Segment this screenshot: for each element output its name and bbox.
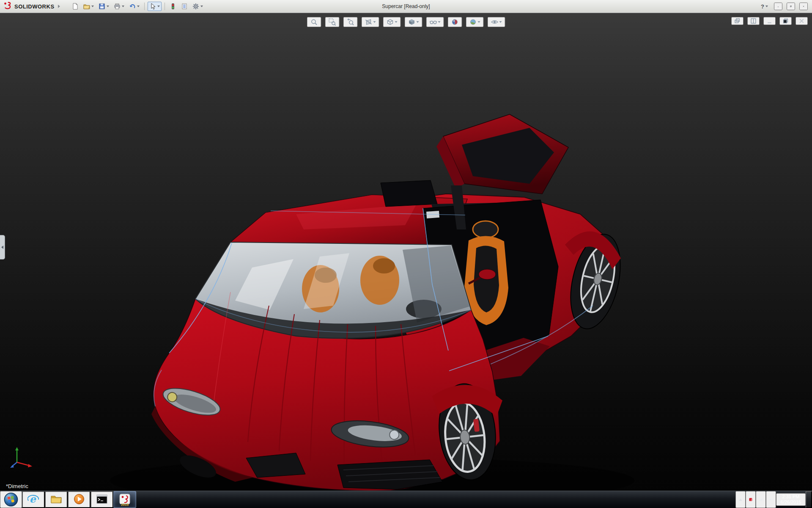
show-hidden-icons-button[interactable] xyxy=(735,491,746,508)
taskbar-item-solidworks[interactable]: 2015 xyxy=(113,491,136,508)
undo-button[interactable] xyxy=(127,2,141,11)
x-axis-red xyxy=(17,462,30,466)
display-style-button[interactable] xyxy=(405,17,422,27)
view-settings-button[interactable] xyxy=(488,17,505,27)
file-properties-button[interactable] xyxy=(179,2,189,11)
taskbar-item-windows-explorer[interactable] xyxy=(45,491,68,508)
featuremanager-expand-handle[interactable] xyxy=(0,235,5,260)
cascade-windows-button[interactable] xyxy=(731,17,743,25)
options-dropdown-icon[interactable] xyxy=(200,6,203,7)
reference-triad[interactable] xyxy=(9,444,36,472)
clock-date: 6/26/2015 xyxy=(779,500,802,505)
undo-dropdown-icon[interactable] xyxy=(137,6,140,7)
save-button[interactable] xyxy=(97,2,111,11)
toolbar-separator xyxy=(165,3,165,10)
rebuild-trafficlight-icon xyxy=(170,3,176,10)
main-toolbar xyxy=(70,2,205,11)
section-view-icon xyxy=(365,18,373,26)
help-icon: ? xyxy=(761,3,764,10)
command-prompt-icon xyxy=(96,494,107,505)
select-tool-button[interactable] xyxy=(148,2,162,11)
new-file-icon xyxy=(72,3,79,10)
view-orientation-button[interactable] xyxy=(383,17,401,27)
document-window-controls xyxy=(731,17,808,25)
print-dropdown-icon[interactable] xyxy=(122,6,124,7)
file-properties-icon xyxy=(181,3,188,10)
taskbar-item-command-prompt[interactable] xyxy=(91,491,113,508)
media-player-icon xyxy=(74,494,85,506)
show-desktop-button[interactable] xyxy=(806,491,812,508)
help-button[interactable]: ? xyxy=(759,2,770,11)
select-cursor-icon xyxy=(149,3,156,10)
titlebar: Supercar [Read-only] SOLIDWORKS xyxy=(0,0,812,13)
taskbar-item-internet-explorer[interactable]: e xyxy=(22,491,45,508)
doc-close-button[interactable] xyxy=(796,17,808,25)
chevron-left-icon xyxy=(1,246,3,249)
options-button[interactable] xyxy=(191,2,205,11)
volume-icon[interactable] xyxy=(766,491,776,508)
doc-restore-button[interactable] xyxy=(779,17,792,25)
internet-explorer-icon: e xyxy=(27,493,39,506)
folder-icon xyxy=(50,494,62,505)
open-file-button[interactable] xyxy=(82,2,96,11)
doc-minimize-button[interactable] xyxy=(763,17,776,25)
toolbar-separator xyxy=(144,3,145,10)
glasses-icon xyxy=(430,18,437,26)
open-dropdown-icon[interactable] xyxy=(91,6,94,7)
section-view-dropdown-icon[interactable] xyxy=(373,21,376,23)
new-file-button[interactable] xyxy=(70,2,80,11)
hide-show-dropdown-icon[interactable] xyxy=(438,21,441,23)
print-button[interactable] xyxy=(112,2,126,11)
save-icon xyxy=(99,3,105,10)
view-settings-dropdown-icon[interactable] xyxy=(499,21,502,23)
solidworks-logo-icon xyxy=(3,1,12,11)
zoom-to-area-button[interactable] xyxy=(325,17,340,27)
section-view-button[interactable] xyxy=(362,17,379,27)
zoom-to-fit-icon xyxy=(310,18,318,26)
print-icon xyxy=(114,3,121,10)
zoom-to-area-icon xyxy=(329,18,336,26)
model-viewport[interactable]: *Dimetric xyxy=(0,13,812,491)
tile-windows-button[interactable] xyxy=(747,17,760,25)
menu-expand-chevron-icon[interactable] xyxy=(58,5,60,8)
view-orientation-cube-icon xyxy=(387,18,394,26)
previous-view-icon xyxy=(347,18,354,26)
eye-icon xyxy=(491,18,499,26)
edit-appearance-button[interactable] xyxy=(448,17,462,27)
open-file-icon xyxy=(83,3,90,10)
select-dropdown-icon[interactable] xyxy=(157,6,160,7)
chevron-up-icon xyxy=(739,499,742,501)
close-button[interactable] xyxy=(799,3,808,10)
display-style-icon xyxy=(408,18,416,26)
restore-button[interactable] xyxy=(787,3,795,10)
solidworks-tray-icon[interactable] xyxy=(746,491,756,508)
brand-label: SOLIDWORKS xyxy=(14,3,55,10)
undo-icon xyxy=(129,3,136,10)
heads-up-view-toolbar xyxy=(307,17,505,27)
hide-show-items-button[interactable] xyxy=(426,17,444,27)
zoom-to-fit-button[interactable] xyxy=(307,17,321,27)
start-button[interactable] xyxy=(0,491,22,508)
save-dropdown-icon[interactable] xyxy=(107,6,109,7)
taskbar-item-windows-media-player[interactable] xyxy=(68,491,91,508)
apply-scene-button[interactable] xyxy=(466,17,484,27)
scene-sphere-icon xyxy=(469,18,477,26)
system-tray: 2:31 PM 6/26/2015 xyxy=(735,491,812,508)
view-orientation-dropdown-icon[interactable] xyxy=(395,21,398,23)
solidworks-version-badge: 2015 xyxy=(114,503,136,507)
view-orientation-label: *Dimetric xyxy=(6,483,28,489)
supercar-model[interactable] xyxy=(0,13,812,491)
rebuild-button[interactable] xyxy=(168,2,178,11)
solidworks-logo[interactable]: SOLIDWORKS xyxy=(0,1,64,11)
previous-view-button[interactable] xyxy=(343,17,358,27)
display-style-dropdown-icon[interactable] xyxy=(417,21,419,23)
minimize-button[interactable] xyxy=(774,3,782,10)
apply-scene-dropdown-icon[interactable] xyxy=(478,21,480,23)
network-icon[interactable] xyxy=(756,491,766,508)
gear-icon xyxy=(192,3,199,10)
taskbar: e xyxy=(0,491,812,508)
appearance-ball-icon xyxy=(451,18,459,26)
taskbar-clock[interactable]: 2:31 PM 6/26/2015 xyxy=(776,493,806,506)
clock-time: 2:31 PM xyxy=(779,494,802,500)
help-dropdown-icon[interactable] xyxy=(765,6,768,7)
